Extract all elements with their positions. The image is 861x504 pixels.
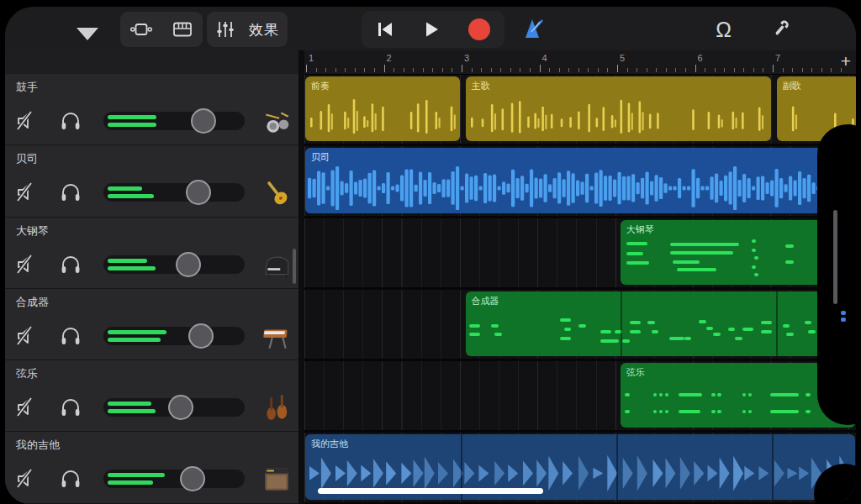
headphones-icon[interactable]: [60, 110, 82, 132]
volume-slider[interactable]: [103, 327, 245, 345]
midi-note: [659, 393, 663, 396]
ruler-tick: [432, 68, 433, 72]
ruler-tick: [374, 68, 375, 72]
track-header[interactable]: 大钢琴: [5, 218, 298, 289]
timeline-scrollbar[interactable]: [833, 210, 837, 304]
instrument-browser-button[interactable]: [120, 12, 161, 47]
mute-speaker-icon[interactable]: [16, 254, 38, 276]
violin-icon[interactable]: [261, 392, 292, 423]
track-lane[interactable]: 贝司: [304, 146, 856, 218]
volume-slider[interactable]: [103, 470, 245, 488]
midi-note: [673, 260, 700, 264]
track-panel-scrollbar[interactable]: [293, 249, 296, 284]
volume-knob[interactable]: [168, 395, 193, 420]
midi-note: [770, 410, 798, 413]
ruler-tick: [627, 68, 628, 72]
ruler-tick: [598, 68, 599, 72]
headphones-icon[interactable]: [60, 254, 82, 276]
synthesizer-icon[interactable]: [261, 321, 292, 351]
track-region[interactable]: 主歌: [466, 76, 771, 141]
volume-knob[interactable]: [180, 466, 205, 491]
play-button[interactable]: [422, 11, 441, 48]
screen-notch: [817, 124, 856, 425]
volume-knob[interactable]: [191, 108, 216, 134]
grand-piano-icon[interactable]: [261, 249, 292, 280]
track-lane[interactable]: 合成器: [304, 290, 856, 361]
level-meter: [108, 473, 165, 477]
ruler-tick: [578, 68, 579, 72]
ruler-tick: [540, 65, 541, 72]
mute-speaker-icon[interactable]: [16, 468, 38, 490]
midi-note: [494, 333, 502, 336]
midi-note: [684, 337, 692, 340]
volume-slider[interactable]: [103, 183, 245, 202]
song-sections-button[interactable]: [62, 12, 113, 55]
record-button[interactable]: [468, 11, 490, 48]
track-lane[interactable]: 前奏主歌副歌: [304, 75, 856, 146]
ruler-tick: [568, 68, 569, 72]
mixer-button[interactable]: [209, 12, 242, 47]
bass-guitar-icon[interactable]: [261, 177, 292, 207]
track-lane[interactable]: 大钢琴: [304, 218, 856, 290]
settings-wrench-button[interactable]: [765, 17, 797, 43]
mute-speaker-icon[interactable]: [16, 396, 38, 418]
track-region[interactable]: 贝司: [305, 148, 855, 213]
mute-speaker-icon[interactable]: [16, 181, 38, 203]
ruler-tick: [647, 68, 647, 72]
ruler-tick: [491, 68, 492, 72]
volume-knob[interactable]: [188, 323, 214, 349]
headphones-icon[interactable]: [60, 325, 82, 347]
mute-speaker-icon[interactable]: [16, 110, 38, 132]
midi-note: [679, 410, 700, 413]
track-header[interactable]: 我的吉他: [5, 432, 298, 503]
headphones-icon[interactable]: [60, 181, 82, 203]
midi-note: [652, 330, 659, 333]
ruler-tick: [637, 68, 637, 72]
track-header[interactable]: 贝司: [5, 145, 298, 217]
ruler-tick: [472, 68, 473, 72]
guitar-amp-icon[interactable]: [261, 464, 292, 494]
midi-note: [622, 339, 630, 343]
rewind-button[interactable]: [376, 11, 394, 48]
ruler-tick: [394, 68, 394, 72]
live-loops-button[interactable]: [161, 12, 203, 47]
track-header[interactable]: 弦乐: [5, 360, 298, 432]
ruler-tick: [452, 68, 452, 72]
midi-note: [665, 393, 668, 396]
track-region[interactable]: 前奏: [305, 76, 460, 141]
ruler-tick: [325, 68, 326, 72]
track-header[interactable]: 鼓手: [5, 74, 298, 145]
region-label: 副歌: [783, 80, 801, 92]
track-header[interactable]: 合成器: [5, 289, 298, 360]
track-name: 贝司: [16, 151, 38, 166]
level-meter: [108, 115, 156, 119]
mute-speaker-icon[interactable]: [16, 325, 38, 347]
midi-note: [653, 393, 657, 396]
add-bars-button[interactable]: +: [841, 51, 851, 71]
timeline-ruler[interactable]: 1234567 +: [304, 50, 856, 75]
track-region[interactable]: 合成器: [466, 291, 831, 356]
track-lane[interactable]: 弦乐: [304, 361, 856, 433]
horizontal-scrollbar[interactable]: [318, 488, 543, 494]
effects-button[interactable]: 效果: [242, 12, 286, 47]
ruler-tick: [316, 68, 317, 72]
track-region[interactable]: 大钢琴: [621, 220, 830, 285]
timeline: 1234567 + 前奏主歌副歌贝司大钢琴合成器弦乐我的吉他: [304, 50, 856, 504]
region-divider: [776, 291, 778, 356]
volume-knob[interactable]: [176, 252, 201, 277]
volume-slider[interactable]: [103, 255, 245, 274]
loop-browser-icon: Ω: [716, 18, 732, 41]
volume-knob[interactable]: [186, 180, 211, 205]
metronome-button[interactable]: [516, 12, 553, 47]
drum-kit-icon[interactable]: [261, 106, 292, 136]
headphones-icon[interactable]: [60, 396, 82, 418]
region-handle[interactable]: [841, 311, 846, 322]
volume-slider[interactable]: [103, 112, 245, 130]
ruler-tick: [743, 68, 744, 72]
track-controls: [16, 462, 292, 496]
headphones-icon[interactable]: [60, 468, 82, 490]
loop-browser-button[interactable]: Ω: [710, 18, 737, 41]
midi-note: [670, 251, 733, 255]
midi-note: [706, 327, 714, 330]
volume-slider[interactable]: [103, 398, 245, 417]
